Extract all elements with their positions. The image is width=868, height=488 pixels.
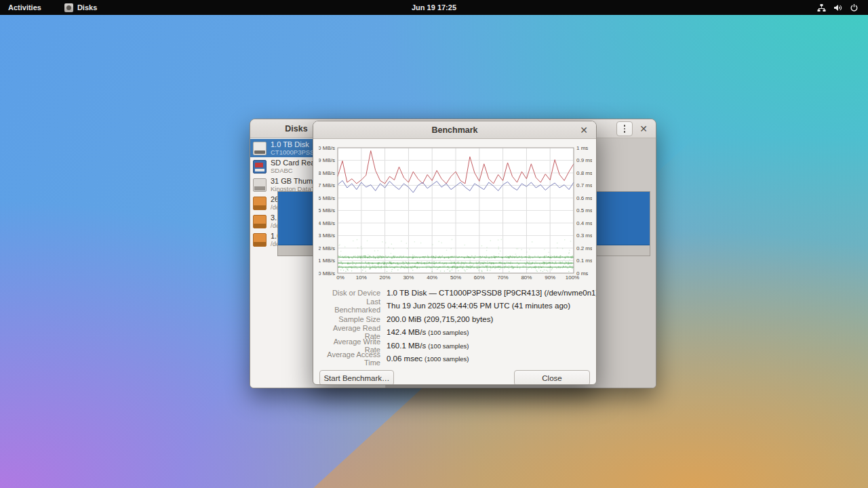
benchmark-dialog-title: Benchmark	[431, 125, 477, 135]
disks-app-icon	[64, 3, 73, 12]
svg-text:126 MB/s: 126 MB/s	[319, 195, 335, 201]
dialog-actions: Start Benchmark… Close	[313, 370, 596, 385]
focused-app-name: Disks	[77, 3, 97, 12]
volume-icon	[833, 3, 842, 12]
benchmark-chart: 210 MB/s189 MB/s168 MB/s147 MB/s126 MB/s…	[319, 142, 592, 281]
svg-text:189 MB/s: 189 MB/s	[319, 157, 335, 163]
svg-text:0.3 ms: 0.3 ms	[576, 232, 592, 239]
top-bar: Activities Disks Jun 19 17:25	[0, 0, 868, 15]
detail-label: Last Benchmarked	[319, 298, 387, 314]
svg-text:0 MB/s: 0 MB/s	[319, 270, 335, 277]
svg-text:168 MB/s: 168 MB/s	[319, 170, 335, 176]
block-device-icon	[253, 197, 267, 210]
svg-text:40%: 40%	[427, 274, 437, 281]
detail-value: 142.4 MB/s(100 samples)	[387, 328, 597, 336]
activities-button[interactable]: Activities	[0, 0, 50, 15]
benchmark-dialog: Benchmark ✕ 210 MB/s189 MB/s168 MB/s147 …	[313, 121, 597, 385]
svg-text:0.7 ms: 0.7 ms	[576, 182, 592, 188]
menu-button[interactable]	[616, 121, 633, 136]
svg-text:21 MB/s: 21 MB/s	[319, 258, 335, 264]
svg-text:60%: 60%	[474, 274, 485, 281]
svg-text:0.6 ms: 0.6 ms	[576, 195, 592, 201]
detail-value: 200.0 MiB (209,715,200 bytes)	[387, 315, 597, 323]
svg-text:0.2 ms: 0.2 ms	[576, 245, 592, 251]
svg-text:70%: 70%	[498, 274, 509, 281]
detail-value: Thu 19 Jun 2025 04:44:05 PM UTC (41 minu…	[387, 302, 597, 310]
block-device-icon	[253, 233, 267, 247]
svg-text:0.8 ms: 0.8 ms	[576, 170, 592, 176]
detail-label: Average Access Time	[319, 350, 387, 367]
svg-text:80%: 80%	[521, 274, 532, 281]
benchmark-titlebar[interactable]: Benchmark ✕	[313, 121, 596, 139]
close-button[interactable]: Close	[514, 370, 590, 385]
focused-app-indicator[interactable]: Disks	[58, 0, 104, 15]
power-icon	[850, 3, 859, 12]
svg-text:147 MB/s: 147 MB/s	[319, 182, 335, 188]
thumb-drive-icon	[253, 178, 267, 192]
detail-label: Sample Size	[319, 315, 387, 323]
detail-value: 1.0 TB Disk — CT1000P3PSSD8 [P9CR413] (/…	[387, 289, 597, 297]
svg-text:30%: 30%	[403, 274, 414, 281]
svg-text:105 MB/s: 105 MB/s	[319, 207, 335, 214]
svg-text:0.9 ms: 0.9 ms	[576, 157, 592, 163]
start-benchmark-button[interactable]: Start Benchmark…	[319, 370, 394, 385]
svg-text:63 MB/s: 63 MB/s	[319, 232, 335, 239]
block-device-icon	[253, 215, 267, 228]
svg-text:0.1 ms: 0.1 ms	[576, 258, 592, 264]
svg-text:100%: 100%	[566, 274, 579, 281]
svg-text:210 MB/s: 210 MB/s	[319, 145, 335, 151]
detail-value: 160.1 MB/s(100 samples)	[387, 342, 597, 350]
clock-button[interactable]: Jun 19 17:25	[405, 0, 463, 15]
svg-text:90%: 90%	[545, 274, 555, 281]
dialog-close-icon[interactable]: ✕	[577, 123, 591, 137]
sd-card-icon	[253, 160, 267, 174]
svg-text:0%: 0%	[336, 274, 344, 281]
svg-text:0.5 ms: 0.5 ms	[576, 207, 592, 214]
benchmark-chart-area: 210 MB/s189 MB/s168 MB/s147 MB/s126 MB/s…	[319, 142, 591, 281]
system-status-area[interactable]	[813, 0, 863, 15]
svg-text:50%: 50%	[450, 274, 461, 281]
kebab-menu-icon	[624, 125, 626, 133]
svg-text:0.4 ms: 0.4 ms	[576, 220, 592, 226]
hard-drive-icon	[253, 142, 267, 155]
detail-label: Disk or Device	[319, 289, 387, 297]
svg-text:10%: 10%	[356, 274, 367, 281]
network-icon	[817, 3, 826, 12]
svg-text:42 MB/s: 42 MB/s	[319, 245, 335, 251]
window-close-icon[interactable]: ✕	[637, 122, 650, 136]
svg-text:1 ms: 1 ms	[576, 145, 588, 151]
detail-value: 0.06 msec(1000 samples)	[387, 354, 597, 363]
benchmark-details: Disk or Device 1.0 TB Disk — CT1000P3PSS…	[319, 286, 591, 365]
svg-text:84 MB/s: 84 MB/s	[319, 220, 335, 226]
svg-text:20%: 20%	[380, 274, 391, 281]
